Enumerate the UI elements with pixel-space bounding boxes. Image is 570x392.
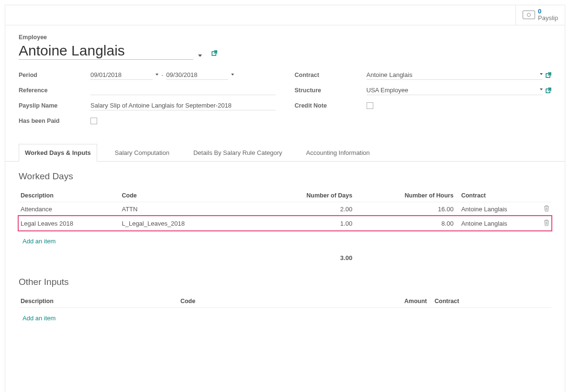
cell-contract: Antoine Langlais xyxy=(456,216,536,230)
has-been-paid-label: Has been Paid xyxy=(19,118,90,124)
cell-hours: 16.00 xyxy=(354,202,455,216)
dropdown-caret-icon[interactable] xyxy=(540,88,543,90)
header-bar: 0 Payslip xyxy=(5,5,565,25)
col-description: Description xyxy=(19,189,120,202)
form-body: Employee Period - xyxy=(5,25,565,135)
col-amount: Amount xyxy=(365,295,429,308)
col-code: Code xyxy=(179,295,365,308)
trash-icon[interactable] xyxy=(544,205,549,212)
payslip-count: 0 xyxy=(538,8,558,14)
table-row[interactable]: Attendance ATTN 2.00 16.00 Antoine Langl… xyxy=(19,202,551,216)
dropdown-caret-icon[interactable] xyxy=(540,73,543,75)
structure-input[interactable] xyxy=(367,86,537,95)
employee-row xyxy=(19,43,551,60)
period-from-input[interactable] xyxy=(90,70,153,80)
other-inputs-title: Other Inputs xyxy=(19,277,551,287)
right-column: Contract Structure xyxy=(295,69,552,131)
period-label: Period xyxy=(19,72,90,78)
col-contract: Contract xyxy=(456,189,536,202)
period-separator: - xyxy=(161,71,163,78)
col-hours: Number of Hours xyxy=(354,189,455,202)
tab-details-rule[interactable]: Details By Salary Rule Category xyxy=(187,144,289,162)
employee-input[interactable] xyxy=(19,43,193,60)
worked-days-title: Worked Days xyxy=(19,171,551,182)
payslip-name-label: Payslip Name xyxy=(19,102,90,109)
col-description: Description xyxy=(19,295,179,308)
other-inputs-table: Description Code Amount Contract Add an … xyxy=(19,295,551,328)
has-been-paid-checkbox[interactable] xyxy=(90,118,97,124)
contract-input[interactable] xyxy=(367,70,537,79)
tabs: Worked Days & Inputs Salary Computation … xyxy=(5,144,565,162)
payslip-name-input[interactable] xyxy=(90,101,276,110)
cell-code: ATTN xyxy=(120,202,247,216)
worked-days-table: Description Code Number of Days Number o… xyxy=(19,189,551,264)
add-item-link[interactable]: Add an item xyxy=(21,234,57,249)
col-days: Number of Days xyxy=(248,189,355,202)
cell-code: L_Legal_Leaves_2018 xyxy=(120,216,247,230)
dropdown-caret-icon[interactable] xyxy=(231,74,234,76)
external-link-icon[interactable] xyxy=(546,87,551,93)
reference-input[interactable] xyxy=(90,86,276,95)
money-icon xyxy=(523,11,535,19)
cell-days: 1.00 xyxy=(248,216,355,230)
tab-content: Worked Days Description Code Number of D… xyxy=(5,162,565,392)
left-column: Period - Reference Payslip Name xyxy=(19,69,276,131)
payslip-stat-button[interactable]: 0 Payslip xyxy=(515,5,565,25)
external-link-icon[interactable] xyxy=(546,72,551,78)
dropdown-caret-icon[interactable] xyxy=(198,54,202,57)
col-code: Code xyxy=(120,189,247,202)
contract-label: Contract xyxy=(295,72,367,78)
tab-accounting[interactable]: Accounting Information xyxy=(300,144,376,162)
tab-salary-computation[interactable]: Salary Computation xyxy=(109,144,176,162)
cell-desc: Attendance xyxy=(19,202,120,216)
cell-contract: Antoine Langlais xyxy=(456,202,536,216)
cell-desc: Legal Leaves 2018 xyxy=(19,216,120,230)
dropdown-caret-icon[interactable] xyxy=(156,74,158,76)
period-to-input[interactable] xyxy=(166,70,228,80)
trash-icon[interactable] xyxy=(544,219,549,226)
payslip-form-card: 0 Payslip Employee Period - xyxy=(5,5,565,392)
payslip-stat-label: Payslip xyxy=(538,14,558,22)
cell-days: 2.00 xyxy=(248,202,355,216)
tab-worked-days[interactable]: Worked Days & Inputs xyxy=(19,144,97,162)
structure-label: Structure xyxy=(295,87,367,94)
total-days: 3.00 xyxy=(248,251,355,264)
cell-hours: 8.00 xyxy=(354,216,455,230)
employee-label: Employee xyxy=(19,34,551,41)
col-contract: Contract xyxy=(429,295,536,308)
credit-note-label: Credit Note xyxy=(295,102,367,109)
add-item-link[interactable]: Add an item xyxy=(21,311,57,326)
table-row[interactable]: Legal Leaves 2018 L_Legal_Leaves_2018 1.… xyxy=(19,216,551,230)
credit-note-checkbox[interactable] xyxy=(367,102,373,109)
reference-label: Reference xyxy=(19,87,90,94)
external-link-icon[interactable] xyxy=(212,50,217,56)
